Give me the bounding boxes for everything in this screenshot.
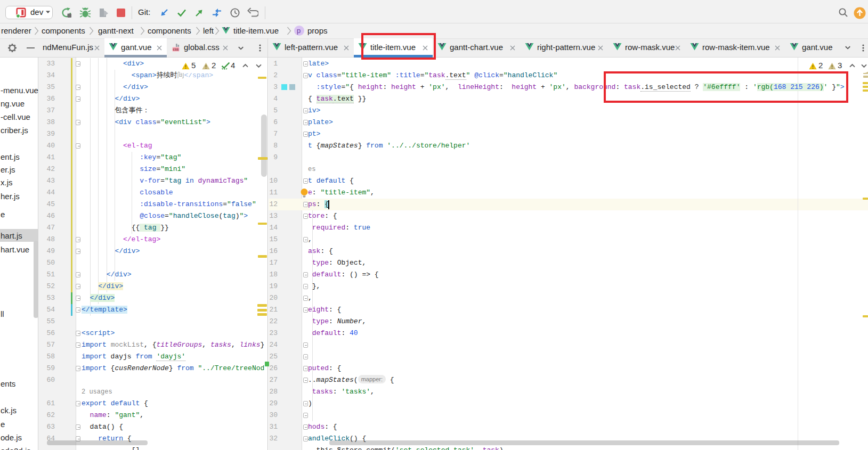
svg-text:css: css: [173, 47, 179, 51]
